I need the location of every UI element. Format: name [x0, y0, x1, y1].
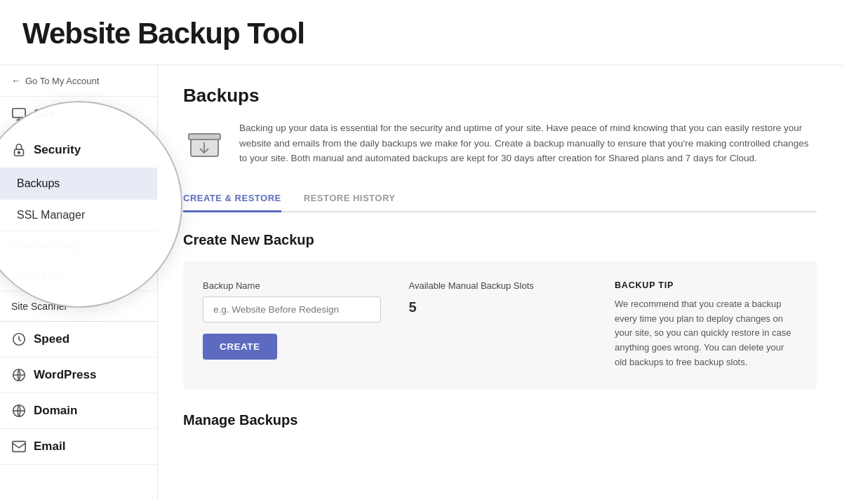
sidebar-site-scanner-label: Site Scanner [11, 301, 67, 312]
sidebar-domain-label: Domain [34, 404, 77, 418]
create-backup-card: Backup Name CREATE Available Manual Back… [183, 261, 817, 390]
sidebar-security-label: Security [34, 143, 81, 157]
sidebar-item-domain[interactable]: Domain [0, 393, 157, 429]
tip-text: We recommend that you create a backup ev… [615, 297, 797, 370]
sidebar-item-site-scanner[interactable]: Site Scanner [0, 292, 157, 322]
backup-icon-container [183, 121, 225, 163]
tab-restore-history[interactable]: RESTORE HISTORY [304, 186, 396, 212]
create-backup-button[interactable]: CREATE [203, 334, 277, 360]
sidebar-speed-label: Speed [34, 332, 69, 346]
sidebar-item-speed[interactable]: Speed [0, 322, 157, 357]
speed-icon [11, 332, 27, 347]
intro-box: Backing up your data is essential for th… [183, 121, 817, 166]
sidebar-item-site[interactable]: Site [0, 97, 157, 132]
domain-icon [11, 403, 27, 418]
manage-backups-heading: Manage Backups [183, 412, 817, 428]
main-content: Backups Backing up your data is essentia… [158, 65, 842, 499]
sidebar-site-label: Site [34, 107, 55, 121]
sidebar-email-label: Email [34, 440, 65, 454]
sidebar-protected-urls-label: Protected URLs [11, 240, 81, 252]
email-icon [11, 439, 27, 454]
svg-rect-0 [13, 109, 25, 118]
backup-form-area: Backup Name CREATE [203, 280, 381, 370]
back-arrow-icon: ← [11, 75, 21, 86]
sidebar-item-email[interactable]: Email [0, 429, 157, 465]
sidebar-ssl-label: SSL Manager [17, 209, 85, 222]
sidebar-item-protected-urls[interactable]: Protected URLs [0, 231, 157, 261]
svg-rect-9 [13, 442, 25, 452]
sidebar-backups-label: Backups [17, 177, 60, 190]
page-title: Website Backup Tool [22, 17, 820, 50]
wordpress-icon [11, 367, 27, 383]
main-layout: ← Go To My Account Site [0, 65, 842, 499]
sidebar-item-ssl-manager[interactable]: SSL Manager [0, 200, 157, 231]
tab-create-restore[interactable]: CREATE & RESTORE [183, 186, 281, 212]
sidebar-wordpress-label: WordPress [34, 368, 96, 382]
site-icon [11, 107, 27, 122]
svg-rect-11 [189, 134, 220, 139]
available-slots: Available Manual Backup Slots 5 [409, 280, 587, 370]
slots-value: 5 [409, 297, 587, 315]
sidebar-item-backups[interactable]: Backups [0, 168, 157, 200]
security-icon [11, 142, 27, 158]
backup-box-icon [185, 123, 224, 161]
svg-point-4 [18, 151, 20, 154]
sidebar: ← Go To My Account Site [0, 65, 158, 499]
tip-title: BACKUP TIP [615, 280, 797, 290]
backup-name-group: Backup Name [203, 280, 381, 322]
sidebar-blocked-ips-label: Blocked IPs [11, 271, 63, 282]
sidebar-item-wordpress[interactable]: WordPress [0, 357, 157, 393]
backup-tip-box: BACKUP TIP We recommend that you create … [615, 280, 797, 370]
create-backup-heading: Create New Backup [183, 232, 817, 248]
intro-text: Backing up your data is essential for th… [239, 121, 817, 166]
section-title: Backups [183, 85, 817, 107]
backup-name-input[interactable] [203, 297, 381, 322]
go-to-account-link[interactable]: ← Go To My Account [0, 65, 157, 97]
backup-name-label: Backup Name [203, 280, 381, 291]
sidebar-item-blocked-ips[interactable]: Blocked IPs [0, 261, 157, 292]
slots-label: Available Manual Backup Slots [409, 280, 587, 291]
tabs-bar: CREATE & RESTORE RESTORE HISTORY [183, 186, 817, 212]
page-header: Website Backup Tool [0, 0, 842, 65]
security-section: Security Backups SSL Manager [0, 132, 157, 231]
go-to-account-label: Go To My Account [25, 76, 99, 86]
sidebar-item-security[interactable]: Security [0, 132, 157, 168]
